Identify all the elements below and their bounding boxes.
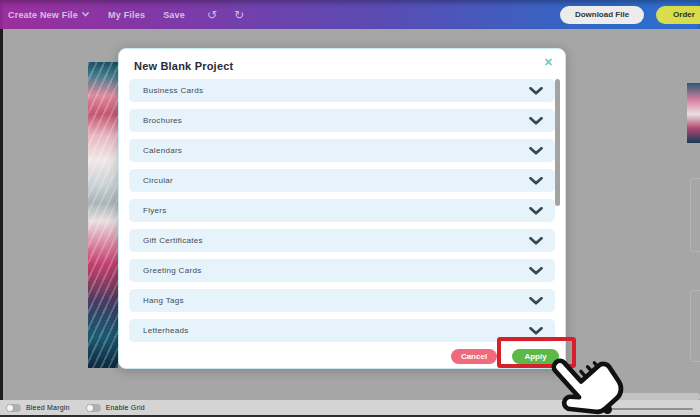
category-label: Gift Certificates bbox=[143, 236, 203, 245]
chevron-down-icon bbox=[529, 327, 543, 335]
category-row-letterheads[interactable]: Letterheads bbox=[129, 319, 555, 342]
toolbar-left-group: Create New File My Files Save ↺ ↻ bbox=[0, 9, 244, 21]
bleed-margin-toggle[interactable] bbox=[6, 404, 21, 412]
category-row-gift-certificates[interactable]: Gift Certificates bbox=[129, 229, 555, 252]
chevron-down-icon bbox=[529, 207, 543, 215]
bleed-margin-label: Bleed Margin bbox=[26, 404, 70, 411]
order-button[interactable]: Order bbox=[656, 6, 700, 24]
category-label: Letterheads bbox=[143, 326, 189, 335]
chevron-down-icon bbox=[529, 297, 543, 305]
category-list: Business Cards Brochures Calendars Circu… bbox=[129, 79, 555, 349]
modal-scrollbar[interactable] bbox=[555, 79, 560, 206]
undo-icon[interactable]: ↺ bbox=[207, 9, 217, 21]
cancel-button[interactable]: Cancel bbox=[451, 349, 497, 364]
chevron-down-icon bbox=[529, 267, 543, 275]
chevron-down-icon bbox=[529, 147, 543, 155]
bleed-margin-group: Bleed Margin bbox=[6, 404, 70, 412]
category-row-greeting-cards[interactable]: Greeting Cards bbox=[129, 259, 555, 282]
save-button[interactable]: Save bbox=[163, 10, 185, 20]
canvas-horizontal-scrollbar[interactable] bbox=[577, 393, 700, 400]
sidebar-panel-placeholder bbox=[690, 178, 700, 252]
top-toolbar: Create New File My Files Save ↺ ↻ Downlo… bbox=[0, 0, 700, 29]
category-label: Hang Tags bbox=[143, 296, 184, 305]
zoom-slider-track[interactable] bbox=[567, 408, 693, 410]
highlight-box bbox=[497, 337, 576, 368]
chevron-down-icon bbox=[529, 237, 543, 245]
redo-icon[interactable]: ↻ bbox=[234, 9, 244, 21]
chevron-down-icon bbox=[82, 12, 89, 17]
sidebar-thumbnail-image bbox=[687, 83, 700, 143]
chevron-down-icon bbox=[529, 177, 543, 185]
chevron-down-icon bbox=[529, 87, 543, 95]
category-label: Circular bbox=[143, 176, 173, 185]
app-window: Create New File My Files Save ↺ ↻ Downlo… bbox=[0, 0, 700, 417]
create-new-file-menu[interactable]: Create New File bbox=[8, 10, 89, 20]
category-label: Brochures bbox=[143, 116, 182, 125]
chevron-down-icon bbox=[529, 117, 543, 125]
new-blank-project-dialog: New Blank Project ✕ Business Cards Broch… bbox=[118, 48, 566, 369]
category-row-hang-tags[interactable]: Hang Tags bbox=[129, 289, 555, 312]
enable-grid-toggle[interactable] bbox=[86, 404, 101, 412]
create-new-file-label: Create New File bbox=[8, 10, 78, 20]
category-label: Greeting Cards bbox=[143, 266, 201, 275]
canvas-artwork-image bbox=[88, 62, 118, 368]
canvas-left-edge bbox=[0, 29, 3, 415]
dialog-title: New Blank Project bbox=[134, 60, 233, 72]
toolbar-right-group: Download File Order bbox=[560, 0, 700, 29]
close-icon[interactable]: ✕ bbox=[544, 56, 553, 69]
my-files-menu[interactable]: My Files bbox=[108, 10, 145, 20]
zoom-slider-thumb[interactable] bbox=[603, 405, 612, 414]
category-label: Flyers bbox=[143, 206, 167, 215]
category-row-calendars[interactable]: Calendars bbox=[129, 139, 555, 162]
category-row-flyers[interactable]: Flyers bbox=[129, 199, 555, 222]
category-row-circular[interactable]: Circular bbox=[129, 169, 555, 192]
category-label: Business Cards bbox=[143, 86, 203, 95]
enable-grid-group: Enable Grid bbox=[86, 404, 145, 412]
category-label: Calendars bbox=[143, 146, 182, 155]
enable-grid-label: Enable Grid bbox=[106, 404, 145, 411]
download-file-button[interactable]: Download File bbox=[560, 6, 644, 24]
category-row-brochures[interactable]: Brochures bbox=[129, 109, 555, 132]
category-row-business-cards[interactable]: Business Cards bbox=[129, 79, 555, 102]
sidebar-panel-placeholder bbox=[690, 290, 700, 362]
